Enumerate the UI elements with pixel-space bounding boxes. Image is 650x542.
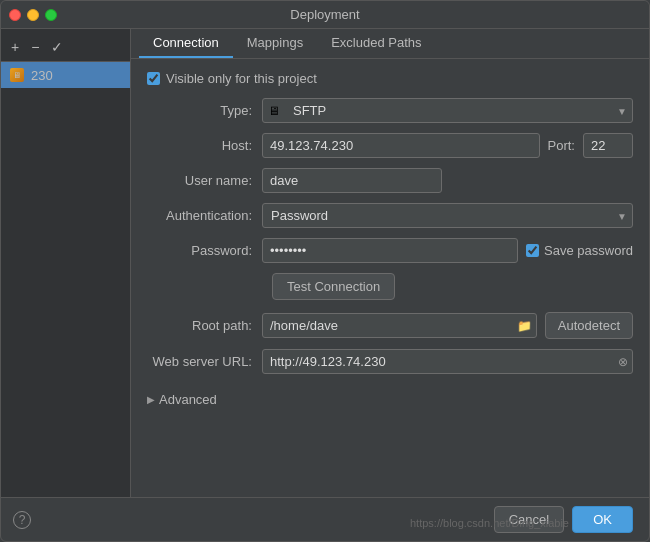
deployment-dialog: × − + Deployment + − ✓ 🖥 230 Con bbox=[0, 0, 650, 542]
port-label: Port: bbox=[548, 138, 575, 153]
maximize-button[interactable]: + bbox=[45, 9, 57, 21]
sidebar: + − ✓ 🖥 230 bbox=[1, 29, 131, 497]
type-select[interactable]: SFTP bbox=[262, 98, 633, 123]
save-password-checkbox[interactable] bbox=[526, 244, 539, 257]
content-area: + − ✓ 🖥 230 Connection Mappings Excluded… bbox=[1, 29, 649, 497]
main-panel: Connection Mappings Excluded Paths Visib… bbox=[131, 29, 649, 497]
tab-excluded-paths[interactable]: Excluded Paths bbox=[317, 29, 435, 58]
server-icon: 🖥 bbox=[9, 67, 25, 83]
help-button[interactable]: ? bbox=[13, 511, 31, 529]
check-button[interactable]: ✓ bbox=[47, 37, 67, 57]
password-row: Password: Save password bbox=[147, 238, 633, 263]
password-label: Password: bbox=[147, 243, 262, 258]
autodetect-button[interactable]: Autodetect bbox=[545, 312, 633, 339]
ok-button[interactable]: OK bbox=[572, 506, 633, 533]
root-path-container: 📁 Autodetect bbox=[262, 312, 633, 339]
password-container: Save password bbox=[262, 238, 633, 263]
auth-label: Authentication: bbox=[147, 208, 262, 223]
server-label: 230 bbox=[31, 68, 53, 83]
password-input[interactable] bbox=[262, 238, 518, 263]
save-password-row[interactable]: Save password bbox=[526, 243, 633, 258]
username-row: User name: bbox=[147, 168, 633, 193]
auth-select-wrapper: Password ▼ bbox=[262, 203, 633, 228]
type-label: Type: bbox=[147, 103, 262, 118]
save-password-label-text: Save password bbox=[544, 243, 633, 258]
traffic-lights: × − + bbox=[9, 9, 57, 21]
remove-server-button[interactable]: − bbox=[27, 37, 43, 57]
root-path-row: Root path: 📁 Autodetect bbox=[147, 312, 633, 339]
host-input[interactable] bbox=[262, 133, 540, 158]
title-bar: × − + Deployment bbox=[1, 1, 649, 29]
add-server-button[interactable]: + bbox=[7, 37, 23, 57]
auth-row: Authentication: Password ▼ bbox=[147, 203, 633, 228]
web-url-input[interactable] bbox=[262, 349, 633, 374]
advanced-arrow-icon: ▶ bbox=[147, 394, 155, 405]
web-url-row: Web server URL: ⊗ bbox=[147, 349, 633, 374]
tab-mappings[interactable]: Mappings bbox=[233, 29, 317, 58]
tab-bar: Connection Mappings Excluded Paths bbox=[131, 29, 649, 59]
visible-checkbox[interactable] bbox=[147, 72, 160, 85]
web-url-label: Web server URL: bbox=[147, 354, 262, 369]
test-connection-button[interactable]: Test Connection bbox=[272, 273, 395, 300]
status-bar: https://blog.csdn.net/Ding_xiabie bbox=[410, 517, 569, 529]
tab-connection[interactable]: Connection bbox=[139, 29, 233, 58]
root-path-label: Root path: bbox=[147, 318, 262, 333]
test-connection-row: Test Connection bbox=[147, 273, 633, 300]
advanced-section[interactable]: ▶ Advanced bbox=[147, 384, 633, 415]
host-port-container: Port: bbox=[262, 133, 633, 158]
window-title: Deployment bbox=[290, 7, 359, 22]
advanced-label: Advanced bbox=[159, 392, 217, 407]
sidebar-toolbar: + − ✓ bbox=[1, 33, 130, 62]
clear-icon[interactable]: ⊗ bbox=[618, 355, 628, 369]
server-item[interactable]: 🖥 230 bbox=[1, 62, 130, 88]
root-path-input[interactable] bbox=[262, 313, 537, 338]
visible-checkbox-row: Visible only for this project bbox=[147, 71, 633, 86]
root-path-input-wrapper: 📁 bbox=[262, 313, 537, 338]
host-label: Host: bbox=[147, 138, 262, 153]
auth-select[interactable]: Password bbox=[262, 203, 633, 228]
close-button[interactable]: × bbox=[9, 9, 21, 21]
visible-label[interactable]: Visible only for this project bbox=[166, 71, 317, 86]
username-label: User name: bbox=[147, 173, 262, 188]
form-area: Visible only for this project Type: 🖥 SF… bbox=[131, 59, 649, 497]
type-row: Type: 🖥 SFTP ▼ bbox=[147, 98, 633, 123]
username-input[interactable] bbox=[262, 168, 442, 193]
type-select-wrapper: 🖥 SFTP ▼ bbox=[262, 98, 633, 123]
host-row: Host: Port: bbox=[147, 133, 633, 158]
port-input[interactable] bbox=[583, 133, 633, 158]
minimize-button[interactable]: − bbox=[27, 9, 39, 21]
web-url-input-wrapper: ⊗ bbox=[262, 349, 633, 374]
